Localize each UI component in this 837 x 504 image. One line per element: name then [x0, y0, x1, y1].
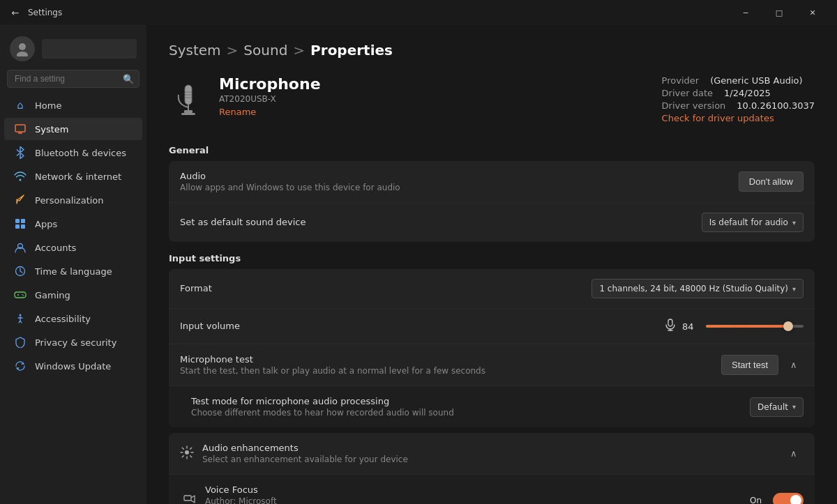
default-audio-dropdown[interactable]: Is default for audio ▾: [702, 213, 804, 232]
update-icon: [14, 360, 27, 372]
chevron-down-icon: ▾: [792, 219, 796, 227]
device-icon: [169, 75, 208, 120]
check-driver-link[interactable]: Check for driver updates: [662, 113, 774, 123]
chevron-down-icon: ▾: [792, 403, 796, 411]
nav-item-privacy[interactable]: Privacy & security: [4, 331, 142, 353]
sidebar-item-label: Accounts: [35, 243, 76, 253]
test-mode-dropdown[interactable]: Default ▾: [750, 397, 804, 417]
volume-row-right: 84: [665, 319, 804, 334]
maximize-button[interactable]: □: [763, 1, 795, 24]
svg-rect-8: [15, 224, 20, 229]
voice-focus-author: Author: Microsoft: [205, 496, 493, 504]
svg-rect-7: [21, 219, 25, 223]
nav-item-bluetooth[interactable]: Bluetooth & devices: [4, 142, 142, 164]
general-card: Audio Allow apps and Windows to use this…: [169, 161, 815, 242]
back-button[interactable]: ←: [8, 6, 22, 20]
default-row-right: Is default for audio ▾: [702, 213, 804, 232]
search-icon: 🔍: [123, 74, 134, 84]
driver-date-label: Driver date: [662, 88, 713, 98]
format-row-left: Format: [180, 283, 212, 295]
dont-allow-button[interactable]: Don't allow: [739, 171, 804, 192]
mic-test-row-left: Microphone test Start the test, then tal…: [180, 354, 485, 376]
meta-provider: Provider (Generic USB Audio): [662, 75, 815, 86]
personalize-icon: [14, 194, 27, 206]
nav-item-system[interactable]: System: [4, 118, 142, 140]
back-icon: ←: [12, 8, 20, 18]
mic-test-expand-button[interactable]: ∧: [784, 356, 804, 375]
enhancements-collapse-button[interactable]: ∧: [784, 444, 804, 464]
nav-item-accessibility[interactable]: Accessibility: [4, 307, 142, 330]
audio-row-left: Audio Allow apps and Windows to use this…: [180, 171, 400, 192]
volume-row: Input volume 84: [169, 309, 815, 344]
svg-point-5: [20, 179, 22, 181]
nav-item-update[interactable]: Windows Update: [4, 355, 142, 377]
voice-focus-state-label: On: [750, 496, 762, 505]
svg-rect-12: [15, 292, 26, 298]
breadcrumb-sep1: >: [227, 42, 239, 59]
input-settings-card: Format 1 channels, 24 bit, 48000 Hz (Stu…: [169, 269, 815, 427]
nav-item-gaming[interactable]: Gaming: [4, 284, 142, 306]
breadcrumb-sound[interactable]: Sound: [243, 42, 287, 59]
accessibility-icon: [14, 312, 27, 325]
minimize-button[interactable]: ─: [730, 1, 762, 24]
test-mode-desc: Choose different modes to hear how recor…: [191, 408, 454, 418]
privacy-icon: [14, 336, 27, 349]
general-heading: General: [169, 145, 815, 155]
meta-driver-update: Check for driver updates: [662, 113, 815, 123]
gaming-icon: [14, 289, 27, 301]
driver-date-value: 1/24/2025: [724, 88, 771, 98]
nav-item-home[interactable]: ⌂ Home: [4, 94, 142, 116]
default-row-left: Set as default sound device: [180, 217, 306, 229]
meta-driver-date: Driver date 1/24/2025: [662, 88, 815, 98]
nav-item-personalization[interactable]: Personalization: [4, 189, 142, 211]
breadcrumb: System > Sound > Properties: [169, 42, 815, 59]
input-settings-heading: Input settings: [169, 253, 815, 264]
search-input[interactable]: [7, 70, 140, 88]
sidebar-item-label: Windows Update: [35, 361, 111, 372]
apps-icon: [14, 217, 27, 230]
format-dropdown[interactable]: 1 channels, 24 bit, 48000 Hz (Studio Qua…: [591, 279, 804, 298]
enhancements-text: Audio enhancements Select an enhancement…: [202, 443, 408, 464]
content-area: System > Sound > Properties: [146, 25, 837, 504]
driver-version-label: Driver version: [662, 100, 726, 111]
default-device-row: Set as default sound device Is default f…: [169, 203, 815, 242]
app-title: Settings: [28, 8, 62, 17]
close-button[interactable]: ✕: [797, 1, 829, 24]
chevron-down-icon: ▾: [792, 285, 796, 293]
svg-rect-9: [21, 224, 25, 229]
nav-item-accounts[interactable]: Accounts: [4, 236, 142, 259]
svg-point-0: [19, 43, 26, 50]
mic-test-row: Microphone test Start the test, then tal…: [169, 344, 815, 386]
mic-test-row-right: Start test ∧: [721, 355, 804, 375]
default-title: Set as default sound device: [180, 217, 306, 227]
sidebar-item-label: Network & internet: [35, 171, 121, 182]
rename-button[interactable]: Rename: [219, 107, 321, 117]
nav-item-time[interactable]: Time & language: [4, 260, 142, 282]
titlebar-left: ← Settings: [8, 6, 62, 20]
audio-row-right: Don't allow: [739, 171, 804, 192]
voice-focus-title: Voice Focus: [205, 484, 493, 495]
microphone-small-icon: [665, 319, 675, 334]
nav-item-apps[interactable]: Apps: [4, 213, 142, 235]
system-icon: [14, 123, 27, 135]
toggle-knob: [790, 495, 801, 505]
volume-slider[interactable]: [706, 325, 804, 328]
start-test-button[interactable]: Start test: [721, 355, 778, 375]
window-controls: ─ □ ✕: [730, 1, 829, 24]
provider-value: (Generic USB Audio): [710, 75, 802, 86]
nav-item-network[interactable]: Network & internet: [4, 165, 142, 188]
sidebar-item-label: Privacy & security: [35, 337, 116, 348]
device-meta: Provider (Generic USB Audio) Driver date…: [662, 75, 815, 125]
device-header: Microphone AT2020USB-X Rename Provider (…: [169, 75, 815, 125]
breadcrumb-sep2: >: [293, 42, 305, 59]
user-name-box: [42, 39, 137, 59]
sidebar-user: [0, 31, 146, 70]
sidebar-item-label: Bluetooth & devices: [35, 148, 126, 158]
sidebar-item-label: System: [35, 124, 68, 135]
titlebar: ← Settings ─ □ ✕: [0, 0, 837, 25]
format-dropdown-label: 1 channels, 24 bit, 48000 Hz (Studio Qua…: [599, 284, 788, 293]
breadcrumb-system[interactable]: System: [169, 42, 221, 59]
voice-focus-toggle[interactable]: [773, 493, 804, 505]
time-icon: [14, 265, 27, 277]
svg-point-15: [22, 294, 23, 296]
